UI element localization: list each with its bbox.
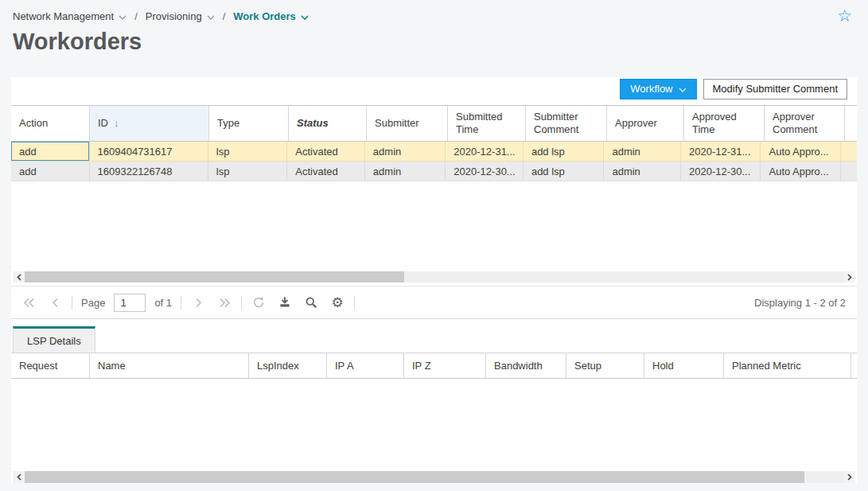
- row-filler: [841, 142, 857, 161]
- scrollbar-thumb[interactable]: [25, 471, 804, 483]
- cell-id[interactable]: 1609322126748: [90, 162, 208, 181]
- details-tab-strip: LSP Details: [11, 323, 857, 353]
- breadcrumb-separator: /: [223, 10, 226, 22]
- workflow-button[interactable]: Workflow: [620, 79, 696, 99]
- chevron-down-icon: [301, 15, 309, 20]
- scrollbar-track[interactable]: [25, 271, 843, 283]
- column-header-planned-metric[interactable]: Planned Metric: [724, 353, 851, 378]
- cell-submitter-comment[interactable]: add lsp: [524, 162, 605, 181]
- actions-bar: Workflow Modify Submitter Comment: [11, 77, 857, 105]
- scroll-left-button[interactable]: [13, 271, 25, 283]
- paging-toolbar: Page of 1 ⚙ Displaying: [11, 286, 857, 319]
- toolbar-separator: [72, 296, 72, 310]
- workorders-panel: Workflow Modify Submitter Comment Action…: [11, 77, 857, 483]
- column-header-type[interactable]: Type: [209, 106, 289, 141]
- scrollbar-track[interactable]: [25, 471, 843, 483]
- scroll-right-button[interactable]: [843, 271, 855, 283]
- page-number-input[interactable]: [114, 294, 146, 312]
- column-header-hold[interactable]: Hold: [644, 353, 724, 378]
- column-header-ip-a[interactable]: IP A: [327, 353, 404, 378]
- column-header-submitter[interactable]: Submitter: [367, 106, 448, 141]
- cell-submitter[interactable]: admin: [365, 162, 446, 181]
- horizontal-scrollbar: [13, 271, 855, 283]
- refresh-button[interactable]: [249, 293, 268, 312]
- previous-page-button[interactable]: [45, 293, 64, 312]
- column-header-action[interactable]: Action: [11, 106, 90, 141]
- column-header-bandwidth[interactable]: Bandwidth: [486, 353, 566, 378]
- download-icon[interactable]: [275, 293, 294, 312]
- column-header-ip-z[interactable]: IP Z: [404, 353, 486, 378]
- scroll-left-button[interactable]: [13, 471, 25, 483]
- chevron-down-icon: [679, 88, 687, 92]
- header-filler: [851, 353, 857, 378]
- workorders-grid-header: Action ID ↓ Type Status Submitter Submit…: [11, 105, 857, 142]
- cell-type[interactable]: lsp: [208, 162, 288, 181]
- cell-submitter[interactable]: admin: [365, 142, 446, 161]
- modify-submitter-comment-label: Modify Submitter Comment: [713, 83, 839, 95]
- chevron-down-icon: [119, 15, 127, 20]
- scrollbar-thumb[interactable]: [25, 271, 404, 283]
- cell-type[interactable]: lsp: [208, 142, 288, 161]
- breadcrumb: Network Management / Provisioning / Work…: [0, 0, 868, 22]
- breadcrumb-separator: /: [134, 10, 138, 22]
- column-header-request[interactable]: Request: [11, 353, 90, 378]
- page-of-label: of 1: [154, 297, 172, 309]
- cell-status[interactable]: Activated: [287, 162, 365, 181]
- column-header-lspindex[interactable]: LspIndex: [249, 353, 327, 378]
- scroll-right-button[interactable]: [843, 471, 855, 483]
- cell-action[interactable]: add: [11, 162, 90, 181]
- column-header-submitter-comment[interactable]: Submitter Comment: [526, 106, 607, 141]
- workorders-screen: Network Management / Provisioning / Work…: [0, 0, 868, 491]
- column-header-name[interactable]: Name: [90, 353, 249, 378]
- tab-lsp-details[interactable]: LSP Details: [13, 326, 95, 353]
- column-header-approver-comment[interactable]: Approver Comment: [765, 106, 845, 141]
- cell-status[interactable]: Activated: [287, 142, 365, 161]
- breadcrumb-item-provisioning[interactable]: Provisioning: [146, 10, 215, 22]
- modify-submitter-comment-button[interactable]: Modify Submitter Comment: [703, 79, 848, 99]
- column-header-id[interactable]: ID ↓: [90, 106, 209, 141]
- lsp-details-grid-header: Request Name LspIndex IP A IP Z Bandwidt…: [11, 353, 857, 379]
- settings-gear-icon[interactable]: ⚙: [328, 293, 347, 312]
- cell-action[interactable]: add: [11, 142, 90, 161]
- cell-approved-time[interactable]: 2020-12-31...: [681, 142, 761, 161]
- first-page-button[interactable]: [19, 293, 38, 312]
- column-header-approved-time[interactable]: Approved Time: [684, 106, 765, 141]
- cell-submitted-time[interactable]: 2020-12-31...: [446, 142, 524, 161]
- cell-approver[interactable]: admin: [604, 142, 681, 161]
- cell-approver-comment[interactable]: Auto Appro...: [761, 162, 841, 181]
- breadcrumb-label: Provisioning: [146, 10, 202, 22]
- grid-empty-area: [11, 181, 857, 271]
- row-filler: [841, 162, 857, 181]
- breadcrumb-item-work-orders[interactable]: Work Orders: [233, 10, 309, 22]
- table-row[interactable]: add 1609322126748 lsp Activated admin 20…: [11, 162, 857, 181]
- header-filler: [845, 106, 857, 141]
- cell-submitter-comment[interactable]: add lsp: [524, 142, 605, 161]
- page-title: Workorders: [13, 29, 868, 55]
- toolbar-separator: [241, 296, 242, 310]
- cell-approved-time[interactable]: 2020-12-30...: [681, 162, 761, 181]
- search-icon[interactable]: [302, 293, 321, 312]
- favorite-star-icon[interactable]: ☆: [837, 7, 852, 24]
- column-header-submitted-time[interactable]: Submitted Time: [448, 106, 526, 141]
- chevron-down-icon: [207, 15, 215, 20]
- breadcrumb-label: Network Management: [13, 10, 114, 22]
- toolbar-separator: [181, 296, 181, 310]
- cell-approver-comment[interactable]: Auto Appro...: [761, 142, 841, 161]
- toolbar-separator: [354, 296, 355, 310]
- last-page-button[interactable]: [215, 293, 234, 312]
- tab-label: LSP Details: [27, 335, 81, 347]
- displaying-count: Displaying 1 - 2 of 2: [754, 297, 849, 309]
- column-header-setup[interactable]: Setup: [566, 353, 644, 378]
- sort-descending-icon: ↓: [114, 117, 119, 130]
- cell-id[interactable]: 1609404731617: [90, 142, 208, 161]
- cell-approver[interactable]: admin: [604, 162, 681, 181]
- column-header-approver[interactable]: Approver: [607, 106, 684, 141]
- page-label: Page: [81, 297, 105, 309]
- table-row[interactable]: add 1609404731617 lsp Activated admin 20…: [11, 142, 857, 162]
- breadcrumb-label: Work Orders: [233, 10, 296, 22]
- breadcrumb-item-network-management[interactable]: Network Management: [13, 10, 127, 22]
- column-header-status[interactable]: Status: [289, 106, 367, 141]
- next-page-button[interactable]: [189, 293, 208, 312]
- cell-submitted-time[interactable]: 2020-12-30...: [446, 162, 524, 181]
- horizontal-scrollbar: [13, 471, 855, 483]
